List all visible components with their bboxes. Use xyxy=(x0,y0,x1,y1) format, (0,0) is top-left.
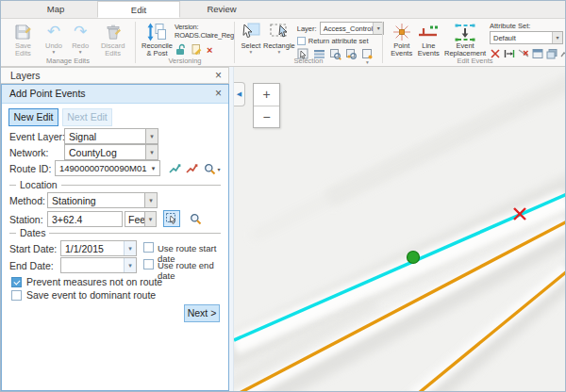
return-attribute-set-label: Return attribute set xyxy=(308,37,369,45)
tab-edit[interactable]: Edit xyxy=(97,1,180,18)
layer-combobox[interactable]: Access_Control ▾ xyxy=(320,22,385,35)
network-dropdown-icon[interactable]: ▾ xyxy=(145,144,158,160)
save-edits-button[interactable]: Save Edits xyxy=(7,21,40,58)
attribute-set-combobox[interactable]: Default ▾ xyxy=(490,31,563,44)
clear-route-icon[interactable] xyxy=(183,160,200,177)
method-label: Method: xyxy=(9,195,45,206)
zoom-to-route-dropdown-icon[interactable]: ▾ xyxy=(217,166,220,172)
attribute-set-label: Attribute Set: xyxy=(490,22,563,30)
select-dropdown-icon[interactable]: ▾ xyxy=(250,50,253,54)
add-point-events-panel: Add Point Events × New Edit Next Edit Ev… xyxy=(1,84,229,391)
layer-label: Layer: xyxy=(297,24,317,33)
use-route-start-date-checkbox[interactable] xyxy=(143,242,154,253)
route-id-dropdown-icon[interactable]: ▾ xyxy=(147,165,159,172)
add-point-events-body: New Edit Next Edit Event Layer: Signal ▾… xyxy=(2,104,228,390)
method-dropdown-icon[interactable]: ▾ xyxy=(144,192,158,208)
use-route-end-date-checkbox[interactable] xyxy=(143,259,154,270)
return-attribute-set-checkbox[interactable] xyxy=(297,37,306,45)
station-unit-dropdown-icon[interactable]: ▾ xyxy=(144,211,157,227)
rectangle-button[interactable]: Rectangle ▾ xyxy=(263,21,295,54)
end-date-combobox[interactable]: ▾ xyxy=(60,257,137,273)
select-button[interactable]: Select ▾ xyxy=(241,21,261,54)
event-replacement-button[interactable]: Event Replacement xyxy=(442,21,488,58)
event-layer-combobox[interactable]: Signal xyxy=(64,128,146,144)
event-layer-value: Signal xyxy=(69,131,96,142)
select-route-on-map-icon[interactable] xyxy=(166,160,183,177)
next-edit-button[interactable]: Next Edit xyxy=(62,108,112,126)
undo-icon: ↶ xyxy=(47,21,60,42)
redo-button[interactable]: ↷ Redo ▾ xyxy=(68,21,92,54)
selection-group-label: Selection xyxy=(235,57,382,65)
reconcile-post-icon xyxy=(146,21,167,42)
layers-close-icon[interactable]: × xyxy=(215,69,222,83)
trash-icon xyxy=(104,21,123,42)
network-value: CountyLog xyxy=(69,147,117,158)
discard-edits-button[interactable]: Discard Edits xyxy=(94,21,131,58)
method-combobox[interactable]: Stationing xyxy=(47,192,145,208)
start-date-label: Start Date: xyxy=(9,243,57,254)
start-date-combobox[interactable]: 1/1/2015 ▾ xyxy=(60,240,137,256)
ribbon-group-versioning: Reconcile & Post Version: ROADS.Claire_R… xyxy=(136,19,234,66)
zoom-to-location-icon[interactable] xyxy=(187,210,204,227)
version-label: Version: xyxy=(175,23,234,31)
save-dominant-route-label: Save event to dominant route xyxy=(26,289,156,301)
versioning-group-label: Versioning xyxy=(136,57,234,65)
rectangle-dropdown-icon[interactable]: ▾ xyxy=(278,50,281,54)
delete-version-icon[interactable]: × xyxy=(207,45,212,56)
ribbon-tabstrip: Map Edit Review xyxy=(1,1,565,19)
end-date-dropdown-icon[interactable]: ▾ xyxy=(124,258,136,272)
app-window: Map Edit Review Save Edits xyxy=(0,0,566,392)
route-id-value: 14900000700090M01 xyxy=(59,163,146,173)
tab-map[interactable]: Map xyxy=(14,1,97,18)
ribbon: Save Edits ↶ Undo ▾ ↷ Redo ▾ xyxy=(1,19,565,67)
panel-close-icon[interactable]: × xyxy=(215,87,222,101)
manage-edits-group-label: Manage Edits xyxy=(1,57,135,65)
line-events-button[interactable]: Line Events xyxy=(416,21,441,58)
prevent-measures-checkbox[interactable] xyxy=(11,277,22,287)
start-date-dropdown-icon[interactable]: ▾ xyxy=(124,241,136,255)
map-view[interactable]: ◀ + − xyxy=(234,67,565,391)
add-point-events-header[interactable]: Add Point Events × xyxy=(2,85,228,104)
route-id-combobox[interactable]: 14900000700090M01 ▾ xyxy=(55,160,160,176)
undo-dropdown-icon[interactable]: ▾ xyxy=(53,50,56,54)
redo-icon: ↷ xyxy=(74,21,87,42)
map-canvas[interactable] xyxy=(234,67,565,391)
save-dominant-route-checkbox[interactable] xyxy=(11,290,22,301)
save-icon xyxy=(13,21,32,42)
version-value: ROADS.Claire_Reg xyxy=(175,31,234,40)
event-layer-label: Event Layer: xyxy=(9,131,65,142)
panel-title: Add Point Events xyxy=(9,88,86,99)
layer-value: Access_Control xyxy=(324,24,374,33)
ribbon-group-manage-edits: Save Edits ↶ Undo ▾ ↷ Redo ▾ xyxy=(1,19,135,66)
next-button[interactable]: Next > xyxy=(184,304,220,322)
new-edit-button[interactable]: New Edit xyxy=(8,108,58,126)
network-combobox[interactable]: CountyLog xyxy=(64,144,146,160)
layers-pane-title: Layers xyxy=(10,70,41,81)
end-date-label: End Date: xyxy=(9,260,54,271)
pick-location-on-map-button[interactable] xyxy=(163,210,180,227)
version-info: Version: ROADS.Claire_Reg xyxy=(175,21,234,59)
redo-dropdown-icon[interactable]: ▾ xyxy=(79,50,82,54)
method-value: Stationing xyxy=(52,195,96,206)
zoom-out-button[interactable]: − xyxy=(254,106,279,127)
dates-section-divider: Dates xyxy=(9,227,221,238)
zoom-in-button[interactable]: + xyxy=(254,84,279,106)
attribute-set-dropdown-icon[interactable]: ▾ xyxy=(552,32,562,43)
reconcile-post-button[interactable]: Reconcile & Post xyxy=(142,21,173,58)
use-route-end-date-label: Use route end date xyxy=(158,260,228,281)
station-unit-combobox[interactable]: Feet xyxy=(125,211,145,227)
zoom-to-route-button[interactable]: ▾ xyxy=(201,160,224,177)
line-events-icon xyxy=(417,21,440,42)
tab-review[interactable]: Review xyxy=(180,1,263,18)
event-point-marker xyxy=(408,252,420,264)
point-events-icon xyxy=(391,21,412,42)
event-layer-dropdown-icon[interactable]: ▾ xyxy=(145,128,158,144)
undo-button[interactable]: ↶ Undo ▾ xyxy=(42,21,66,54)
point-events-button[interactable]: Point Events xyxy=(389,21,414,58)
station-input[interactable] xyxy=(47,211,123,227)
ribbon-group-edit-events: Point Events Line Events xyxy=(383,19,566,66)
event-replacement-icon xyxy=(453,21,477,42)
route-id-label: Route ID: xyxy=(9,163,51,174)
layers-pane-header[interactable]: Layers × xyxy=(1,67,229,84)
collapse-panel-icon[interactable]: ◀ xyxy=(234,82,245,106)
